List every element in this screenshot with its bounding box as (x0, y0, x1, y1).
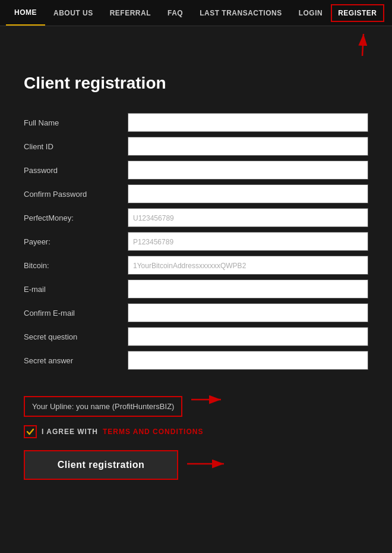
label-clientid: Client ID (24, 134, 128, 158)
nav-home[interactable]: HOME (6, 0, 45, 26)
input-perfectmoney[interactable] (128, 208, 368, 227)
input-email[interactable] (128, 279, 368, 299)
register-button-arrow-icon (187, 457, 229, 473)
field-row-bitcoin: Bitcoin: (24, 253, 368, 277)
field-row-secret-answer: Secret answer (24, 348, 368, 372)
input-confirm-email[interactable] (128, 303, 368, 322)
nav-about[interactable]: ABOUT US (45, 0, 102, 26)
register-arrow-icon (321, 29, 368, 59)
upline-box: Your Upline: you name (ProfitHuntersBIZ) (24, 396, 182, 417)
agree-checkbox[interactable] (24, 425, 37, 438)
label-password: Password (24, 158, 128, 182)
field-row-fullname: Full Name (24, 111, 368, 134)
input-payeer[interactable] (128, 232, 368, 251)
checkmark-icon (26, 428, 34, 436)
register-button[interactable]: Client registration (24, 450, 178, 480)
input-secret-answer[interactable] (128, 351, 368, 370)
label-payeer: Payeer: (24, 230, 128, 253)
label-confirm-password: Confirm Password (24, 182, 128, 206)
field-row-confirm-password: Confirm Password (24, 182, 368, 206)
nav-login[interactable]: LOGIN (290, 0, 331, 26)
page-title: Client registration (24, 74, 368, 93)
field-row-email: E-mail (24, 277, 368, 301)
field-row-secret-question: Secret question (24, 325, 368, 348)
register-button-row: Client registration (24, 450, 368, 480)
input-secret-question[interactable] (128, 327, 368, 346)
nav-referral[interactable]: REFERRAL (102, 0, 159, 26)
input-clientid[interactable] (128, 137, 368, 156)
page-content: Client registration Full Name Client ID … (0, 62, 392, 504)
input-password[interactable] (128, 161, 368, 180)
input-bitcoin[interactable] (128, 256, 368, 275)
input-confirm-password[interactable] (128, 184, 368, 203)
upline-text: Your Upline: you name (ProfitHuntersBIZ) (32, 402, 174, 411)
navigation: HOME ABOUT US REFERRAL FAQ LAST TRANSACT… (0, 0, 392, 26)
nav-register[interactable]: REGISTER (331, 4, 384, 22)
agree-terms-link[interactable]: TERMS AND CONDITIONS (103, 428, 204, 436)
field-row-confirm-email: Confirm E-mail (24, 301, 368, 325)
upline-arrow-icon (191, 392, 227, 409)
label-secret-question: Secret question (24, 325, 128, 348)
label-bitcoin: Bitcoin: (24, 253, 128, 277)
upline-row: Your Upline: you name (ProfitHuntersBIZ) (24, 384, 368, 417)
register-arrow-container (0, 26, 392, 62)
label-email: E-mail (24, 277, 128, 301)
field-row-payeer: Payeer: (24, 230, 368, 253)
field-row-password: Password (24, 158, 368, 182)
label-fullname: Full Name (24, 111, 128, 134)
input-fullname[interactable] (128, 113, 368, 132)
agree-text: I AGREE WITH (42, 428, 98, 436)
label-perfectmoney: PerfectMoney: (24, 206, 128, 230)
registration-form: Full Name Client ID Password Confirm Pas… (24, 111, 368, 480)
nav-last-transactions[interactable]: LAST TRANSACTIONS (191, 0, 290, 26)
label-confirm-email: Confirm E-mail (24, 301, 128, 325)
field-row-perfectmoney: PerfectMoney: (24, 206, 368, 230)
agree-row: I AGREE WITH TERMS AND CONDITIONS (24, 425, 368, 438)
field-row-clientid: Client ID (24, 134, 368, 158)
form-table: Full Name Client ID Password Confirm Pas… (24, 111, 368, 372)
nav-faq[interactable]: FAQ (159, 0, 191, 26)
label-secret-answer: Secret answer (24, 348, 128, 372)
svg-line-1 (362, 34, 363, 56)
